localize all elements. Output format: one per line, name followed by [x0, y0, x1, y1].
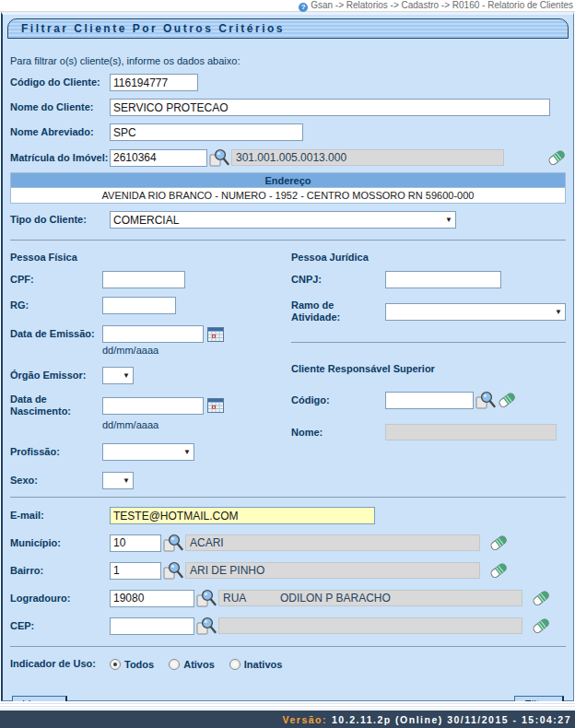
data-emissao-input[interactable]	[102, 325, 204, 343]
calendar-icon[interactable]	[207, 327, 224, 342]
page-bottom-stripes	[0, 701, 575, 710]
rg-input[interactable]	[102, 297, 176, 314]
divider	[10, 646, 566, 647]
radio-ativos-label[interactable]: Ativos	[183, 659, 215, 670]
help-icon: ?	[299, 3, 308, 12]
divider	[10, 497, 566, 498]
erase-cep-icon[interactable]	[532, 616, 550, 635]
cep-row: CEP:	[10, 616, 566, 635]
nome-abreviado-row: Nome Abreviado:	[10, 123, 566, 141]
codigo-cliente-row: Código do Cliente:	[10, 74, 566, 91]
nome-abreviado-label: Nome Abreviado:	[10, 126, 110, 138]
version-footer-bar: Versão: 10.2.11.2p (Online) 30/11/2015 -…	[0, 710, 575, 728]
responsavel-header: Cliente Responsável Superior	[291, 363, 566, 374]
municipio-nome-display: ACARI	[185, 534, 480, 551]
responsavel-codigo-input[interactable]	[385, 392, 474, 409]
erase-municipio-icon[interactable]	[489, 534, 508, 552]
cep-display	[218, 617, 522, 634]
logradouro-row: Logradouro: RUA ODILON P BARACHO	[10, 589, 566, 607]
pessoa-juridica-header: Pessoa Jurídica	[291, 252, 566, 263]
email-input[interactable]	[110, 507, 375, 524]
divider	[10, 240, 566, 241]
cpf-label: CPF:	[10, 274, 102, 286]
search-cep-icon[interactable]	[196, 616, 217, 635]
endereco-value: AVENIDA RIO BRANCO - NUMERO - 1952 - CEN…	[10, 188, 566, 204]
calendar-icon[interactable]	[207, 398, 224, 413]
cpf-input[interactable]	[102, 271, 185, 288]
chevron-down-icon: ▼	[183, 448, 191, 456]
version-value: 10.2.11.2p (Online) 30/11/2015 - 15:04:2…	[332, 714, 571, 725]
search-municipio-icon[interactable]	[163, 534, 183, 552]
breadcrumb-text: Gsan -> Relatorios -> Cadastro -> R0160 …	[311, 0, 573, 10]
profissao-select[interactable]: ▼	[102, 443, 194, 461]
cep-label: CEP:	[10, 620, 110, 632]
bairro-row: Bairro: ARI DE PINHO	[10, 561, 566, 580]
tipo-cliente-label: Tipo do Cliente:	[10, 214, 110, 226]
nome-cliente-label: Nome do Cliente:	[10, 101, 110, 113]
page-title: Filtrar Cliente Por Outros Critérios	[21, 22, 285, 35]
ramo-atividade-label: Ramo de Atividade:	[291, 299, 385, 323]
search-responsavel-icon[interactable]	[475, 391, 496, 409]
rg-label: RG:	[10, 299, 102, 311]
logradouro-nome-display: RUA ODILON P BARACHO	[218, 590, 522, 606]
erase-imovel-icon[interactable]	[547, 148, 566, 167]
sexo-label: Sexo:	[10, 475, 102, 487]
ramo-atividade-select[interactable]: ▼	[385, 303, 566, 321]
cnpj-input[interactable]	[385, 271, 501, 288]
radio-todos-label[interactable]: Todos	[124, 659, 154, 670]
matricula-imovel-label: Matrícula do Imóvel:	[10, 152, 110, 164]
responsavel-nome-label: Nome:	[291, 427, 385, 439]
nome-abreviado-input[interactable]	[110, 123, 303, 141]
divider	[291, 342, 566, 343]
responsavel-codigo-label: Código:	[291, 394, 385, 406]
matricula-imovel-input[interactable]	[110, 149, 207, 167]
codigo-cliente-label: Código do Cliente:	[10, 76, 110, 88]
data-emissao-label: Data de Emissão:	[10, 328, 102, 340]
breadcrumb[interactable]: ?Gsan -> Relatorios -> Cadastro -> R0160…	[299, 0, 573, 12]
bairro-label: Bairro:	[10, 565, 110, 577]
version-label: Versão:	[283, 714, 327, 725]
email-row: E-mail:	[10, 507, 566, 524]
email-label: E-mail:	[10, 510, 110, 522]
logradouro-input[interactable]	[110, 590, 194, 607]
data-nascimento-input[interactable]	[102, 397, 204, 415]
nome-cliente-input[interactable]	[110, 99, 550, 116]
logradouro-label: Logradouro:	[10, 593, 110, 605]
profissao-label: Profissão:	[10, 446, 102, 458]
pessoa-fisica-section: Pessoa Física CPF: RG: Data de Emissão: …	[10, 244, 284, 489]
pessoa-fisica-header: Pessoa Física	[10, 252, 284, 263]
intro-text: Para filtrar o(s) cliente(s), informe os…	[10, 55, 566, 66]
radio-inativos[interactable]	[229, 659, 241, 670]
erase-responsavel-icon[interactable]	[498, 391, 516, 409]
inscricao-imovel-display: 301.001.005.0013.000	[231, 149, 504, 166]
erase-bairro-icon[interactable]	[489, 561, 508, 580]
tipo-cliente-value: COMERCIAL	[113, 214, 179, 227]
radio-inativos-label[interactable]: Inativos	[244, 659, 283, 670]
chevron-down-icon: ▼	[445, 216, 452, 224]
radio-ativos[interactable]	[169, 659, 180, 670]
sexo-select[interactable]: ▼	[102, 472, 134, 489]
bairro-input[interactable]	[110, 562, 161, 580]
orgao-emissor-label: Órgão Emissor:	[10, 370, 102, 382]
logradouro-tipo: RUA	[223, 592, 280, 605]
codigo-cliente-input[interactable]	[110, 74, 198, 91]
indicador-uso-label: Indicador de Uso:	[10, 658, 110, 670]
tipo-cliente-row: Tipo do Cliente: COMERCIAL ▼	[10, 211, 566, 229]
cnpj-label: CNPJ:	[291, 274, 385, 286]
search-imovel-icon[interactable]	[209, 148, 229, 167]
erase-logradouro-icon[interactable]	[532, 589, 550, 607]
municipio-input[interactable]	[110, 534, 161, 552]
municipio-row: Município: ACARI	[10, 534, 566, 552]
search-logradouro-icon[interactable]	[196, 589, 217, 607]
filter-form-panel: Filtrar Cliente Por Outros Critérios Par…	[1, 12, 574, 701]
cep-input[interactable]	[110, 617, 194, 635]
data-nascimento-hint: dd/mm/aaaa	[102, 419, 284, 430]
search-bairro-icon[interactable]	[163, 561, 183, 580]
chevron-down-icon: ▼	[555, 308, 562, 316]
logradouro-nome: ODILON P BARACHO	[280, 592, 391, 605]
indicador-uso-row: Indicador de Uso: Todos Ativos Inativos	[10, 658, 566, 670]
radio-todos[interactable]	[110, 659, 121, 670]
orgao-emissor-select[interactable]: ▼	[102, 367, 134, 384]
tipo-cliente-select[interactable]: COMERCIAL ▼	[110, 211, 456, 229]
browser-status-bar: ?Gsan -> Relatorios -> Cadastro -> R0160…	[0, 0, 575, 12]
